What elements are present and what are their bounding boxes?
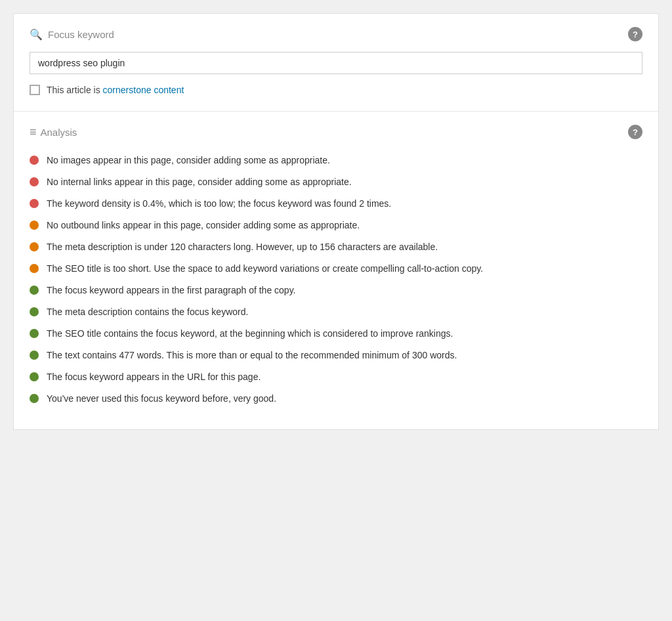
analysis-section: ≡ Analysis ? No images appear in this pa… [14,112,658,429]
status-dot-orange [30,264,39,273]
cornerstone-checkbox[interactable] [30,85,40,95]
status-dot-green [30,372,39,381]
analysis-list: No images appear in this page, consider … [30,150,642,410]
focus-keyword-title-group: 🔍 Focus keyword [30,28,114,41]
analysis-item: The text contains 477 words. This is mor… [30,345,642,366]
analysis-item: No images appear in this page, consider … [30,150,642,171]
status-dot-orange [30,242,39,251]
focus-keyword-section: 🔍 Focus keyword ? This article is corner… [14,14,658,112]
focus-keyword-help-icon[interactable]: ? [628,27,642,41]
analysis-item-text: The focus keyword appears in the first p… [47,284,642,297]
analysis-item: The focus keyword appears in the first p… [30,280,642,301]
list-icon: ≡ [30,125,35,139]
analysis-item-text: The meta description contains the focus … [47,305,642,319]
status-dot-red [30,199,39,208]
analysis-header: ≡ Analysis ? [30,125,642,139]
analysis-item-text: The meta description is under 120 charac… [47,240,642,254]
analysis-help-icon[interactable]: ? [628,125,642,139]
status-dot-orange [30,221,39,230]
analysis-item: The SEO title contains the focus keyword… [30,323,642,345]
cornerstone-row: This article is cornerstone content [30,85,642,95]
analysis-item: The focus keyword appears in the URL for… [30,366,642,388]
focus-keyword-input[interactable] [30,52,642,74]
analysis-item: No outbound links appear in this page, c… [30,215,642,236]
status-dot-green [30,307,39,316]
search-icon: 🔍 [30,28,43,41]
status-dot-green [30,394,39,403]
focus-keyword-title: Focus keyword [48,29,114,40]
analysis-title: Analysis [41,127,77,138]
analysis-item-text: You've never used this focus keyword bef… [47,392,642,406]
analysis-item-text: The keyword density is 0.4%, which is to… [47,197,642,211]
status-dot-green [30,286,39,295]
analysis-item: No internal links appear in this page, c… [30,171,642,193]
analysis-item: The keyword density is 0.4%, which is to… [30,193,642,215]
analysis-title-group: ≡ Analysis [30,125,77,139]
analysis-item: You've never used this focus keyword bef… [30,388,642,410]
analysis-item-text: No images appear in this page, consider … [47,154,642,167]
analysis-item: The meta description contains the focus … [30,301,642,323]
analysis-item-text: The focus keyword appears in the URL for… [47,370,642,384]
analysis-item-text: The text contains 477 words. This is mor… [47,349,642,362]
status-dot-red [30,156,39,165]
analysis-item: The SEO title is too short. Use the spac… [30,258,642,280]
analysis-item: The meta description is under 120 charac… [30,236,642,258]
cornerstone-text: This article is cornerstone content [47,85,184,95]
focus-keyword-header: 🔍 Focus keyword ? [30,27,642,41]
status-dot-green [30,329,39,338]
status-dot-red [30,177,39,186]
main-container: 🔍 Focus keyword ? This article is corner… [13,13,659,430]
analysis-item-text: The SEO title is too short. Use the spac… [47,262,642,276]
cornerstone-link[interactable]: cornerstone content [103,85,184,95]
status-dot-green [30,351,39,360]
analysis-item-text: No outbound links appear in this page, c… [47,219,642,232]
analysis-item-text: No internal links appear in this page, c… [47,175,642,189]
analysis-item-text: The SEO title contains the focus keyword… [47,327,642,341]
